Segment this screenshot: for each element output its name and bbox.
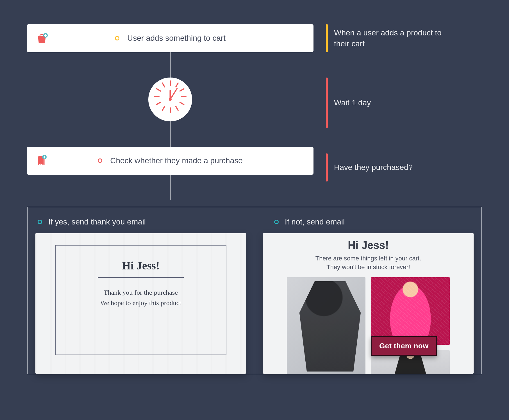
- branch-no-label: If not, send email: [285, 217, 345, 226]
- email-sub2: They won't be in stock forever!: [326, 264, 410, 271]
- email-line1: Thank you for the purchase: [104, 287, 178, 298]
- branch-head: If not, send email: [263, 214, 474, 233]
- annotation-text: Wait 1 day: [334, 97, 371, 108]
- reminder-email-preview[interactable]: Hi Jess! There are some things left in y…: [263, 233, 474, 374]
- wait-node[interactable]: [27, 78, 313, 121]
- annotation-bar: [326, 78, 328, 128]
- connector: [170, 121, 171, 147]
- bullet-icon: [38, 220, 42, 224]
- annotation-trigger: When a user adds a product to their cart: [326, 24, 452, 52]
- email-greeting: Hi Jess!: [122, 259, 160, 272]
- annotation-condition: Have they purchased?: [326, 153, 413, 181]
- bullet-icon: [98, 158, 102, 163]
- annotation-wait: Wait 1 day: [326, 78, 371, 128]
- condition-label: Check whether they made a purchase: [110, 156, 243, 165]
- annotation-bar: [326, 24, 328, 52]
- clock-minute-hand: [170, 88, 178, 100]
- email-greeting: Hi Jess!: [348, 239, 389, 251]
- workflow: User adds something to cart: [27, 24, 313, 200]
- condition-node[interactable]: Check whether they made a purchase: [27, 147, 313, 175]
- connector: [170, 52, 171, 78]
- email-sub: There are some things left in your cart.…: [315, 254, 421, 272]
- trigger-node[interactable]: User adds something to cart: [27, 24, 313, 52]
- clock-icon: [148, 78, 192, 121]
- branch-panel: If yes, send thank you email Hi Jess! Th…: [27, 207, 482, 374]
- bullet-icon: [115, 36, 119, 40]
- get-them-now-button[interactable]: Get them now: [371, 336, 437, 356]
- email-body: Hi Jess! Thank you for the purchase We h…: [55, 245, 226, 355]
- branch-head: If yes, send thank you email: [35, 214, 246, 233]
- thank-you-email-preview[interactable]: Hi Jess! Thank you for the purchase We h…: [35, 233, 246, 374]
- annotation-text: When a user adds a product to their cart: [334, 27, 452, 49]
- annotation-text: Have they purchased?: [334, 162, 413, 173]
- tag-check-icon: [34, 153, 49, 168]
- product-grid: Get them now: [287, 277, 450, 374]
- branch-no: If not, send email Hi Jess! There are so…: [263, 214, 474, 374]
- email-body: Hi Jess! There are some things left in y…: [263, 233, 474, 374]
- node-body: User adds something to cart: [38, 34, 302, 43]
- trigger-label: User adds something to cart: [127, 34, 226, 43]
- bullet-icon: [274, 220, 279, 224]
- annotation-bar: [326, 153, 328, 181]
- shopping-bag-add-icon: [34, 31, 49, 46]
- connector: [170, 175, 171, 200]
- branch-yes: If yes, send thank you email Hi Jess! Th…: [35, 214, 246, 374]
- branch-yes-label: If yes, send thank you email: [48, 217, 146, 226]
- clock-center: [169, 98, 172, 101]
- email-line2: We hope to enjoy this product: [100, 298, 181, 308]
- email-sub1: There are some things left in your cart.: [315, 255, 421, 262]
- product-image: [287, 277, 365, 374]
- divider: [98, 277, 183, 278]
- node-body: Check whether they made a purchase: [38, 156, 302, 165]
- product-image: [371, 277, 450, 345]
